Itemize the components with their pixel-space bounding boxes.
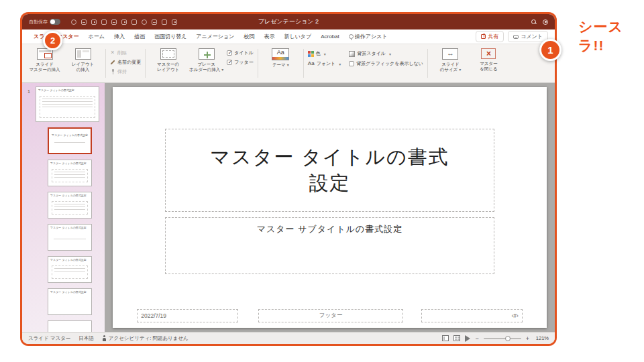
slide-canvas[interactable]: マスター タイトルの書式 設定 マスター サブタイトルの書式設定 2022/7/… [113,87,547,328]
thumbnail-layout-5[interactable]: マスター タイトルの書式設定 [48,256,92,283]
background-styles-icon [349,51,355,57]
comments-button[interactable]: コメント [508,31,548,42]
autosave-toggle[interactable] [50,19,60,25]
zoom-in-button[interactable]: + [526,335,529,342]
insert-layout-button[interactable]: レイアウト の挿入 [64,46,101,80]
themes-icon-text: Aa [277,49,284,56]
tab-view[interactable]: 表示 [259,29,279,44]
tab-home[interactable]: ホーム [84,29,109,44]
text-box-icon[interactable] [162,19,167,25]
fonts-button[interactable]: Aa フォント [308,60,341,67]
accessibility-icon [102,335,107,341]
thumbnail-layout-7[interactable] [48,320,92,332]
thumbnail-title: マスター タイトルの書式設定 [48,257,91,261]
tab-insert[interactable]: 挿入 [109,29,129,44]
share-button[interactable]: 共有 [476,31,504,42]
date-placeholder[interactable]: 2022/7/19 [137,309,238,322]
search-icon[interactable] [531,19,537,25]
title-checkbox-box[interactable] [227,50,232,56]
normal-view-icon[interactable] [442,335,449,341]
thumbnail-master[interactable]: マスター タイトルの書式設定 [36,86,99,122]
redo-icon[interactable] [101,19,107,25]
accessibility-label: アクセシビリティ: 問題ありません [109,335,189,342]
close-master-label: マスター を閉じる [480,61,497,72]
step-badge-1: 1 [539,39,561,61]
autosave-label: 自動保存 [29,19,48,25]
thumbnail-title-layout[interactable]: マスター タイトルの書式設定 [48,127,92,154]
shapes-icon[interactable] [131,19,137,25]
step-badge-2: 2 [43,31,62,50]
slide-number-placeholder[interactable]: ‹#› [421,309,523,322]
zoom-out-button[interactable]: − [475,335,478,342]
insert-placeholder-label: プレース ホルダーの挿入 [189,62,223,73]
save-icon[interactable] [71,19,76,25]
thumbnail-layout-3[interactable]: マスター タイトルの書式設定 [48,192,92,219]
statusbar-right: − + 121% [442,335,549,342]
subtitle-placeholder[interactable]: マスター サブタイトルの書式設定 [165,217,494,275]
background-styles-button[interactable]: 背景スタイル [349,50,423,57]
language-indicator[interactable]: 日本語 [78,335,94,342]
footer-checkbox-box[interactable] [227,60,232,65]
preserve-button[interactable]: 保持 [110,68,141,75]
zoom-percentage[interactable]: 121% [534,335,549,341]
colors-button[interactable]: 色 [308,50,341,57]
themes-label: テーマ [272,62,289,68]
thumbnail-layout-4[interactable]: マスター タイトルの書式設定 [48,224,92,251]
tab-review[interactable]: 校閲 [239,29,259,44]
ribbon-separator [427,49,428,78]
title-checkbox-label: タイトル [234,50,254,56]
tab-new-tab[interactable]: 新しいタブ [279,29,316,44]
print-icon[interactable] [81,19,87,25]
ribbon-tabs: スライド マスター ホーム 挿入 描画 画面切り替え アニメーション 校閲 表示… [29,29,392,44]
undo-icon[interactable] [91,19,97,25]
zoom-slider[interactable] [484,338,521,339]
hide-background-graphics-checkbox[interactable]: 背景グラフィックを表示しない [349,60,423,67]
slide-size-button[interactable]: スライド のサイズ [432,46,469,80]
slide-sorter-view-icon[interactable] [453,335,460,341]
slideshow-icon[interactable] [172,19,177,25]
insert-layout-label: レイアウト の挿入 [72,62,94,73]
accessibility-status[interactable]: アクセシビリティ: 問題ありません [102,335,189,342]
powerpoint-window: 自動保存 プレゼンテーション 2 スライド マスター ホーム 挿入 [20,12,557,346]
themes-button[interactable]: Aa テーマ [262,46,299,80]
slideshow-view-icon[interactable] [465,335,470,342]
thumbnail-layout-6[interactable]: マスター タイトルの書式設定 [48,288,92,315]
insert-placeholder-button[interactable]: プレース ホルダーの挿入 [188,46,225,80]
share-label: 共有 [488,33,498,40]
quick-access-toolbar [71,19,177,25]
delete-label: 削除 [117,50,127,56]
rename-button[interactable]: 名前の変更 [110,59,141,66]
ribbon: スライド マスターの挿入 レイアウト の挿入 削除 名前の変更 保持 [22,44,555,83]
footer-placeholder[interactable]: フッター [258,309,404,322]
tab-transitions[interactable]: 画面切り替え [150,29,191,44]
profile-icon[interactable] [543,19,548,25]
picture-icon[interactable] [142,19,147,25]
master-layout-button[interactable]: マスターの レイアウト [150,46,186,80]
slide-thumbnail-panel[interactable]: 1 マスター タイトルの書式設定 マスター タイトルの書式設定 マスター タイト… [22,83,105,332]
tab-tell-me[interactable]: 操作アシスト [344,29,392,44]
close-master-button[interactable]: マスター を閉じる [470,46,507,80]
zoom-slider-knob[interactable] [505,336,511,341]
status-bar: スライド マスター 日本語 アクセシビリティ: 問題ありません − + 121% [22,332,555,344]
title-checkbox[interactable]: タイトル [227,50,254,56]
background-styles-label: 背景スタイル [357,50,386,57]
chart-icon[interactable] [152,19,157,25]
tab-draw[interactable]: 描画 [129,29,150,44]
delete-button[interactable]: 削除 [110,50,141,56]
footer-checkbox[interactable]: フッター [227,59,254,66]
title-placeholder[interactable]: マスター タイトルの書式 設定 [165,129,494,212]
insert-slide-master-button[interactable]: スライド マスターの挿入 [26,46,63,80]
hide-background-graphics-box[interactable] [349,61,354,66]
hide-background-graphics-label: 背景グラフィックを表示しない [356,60,423,67]
comments-label: コメント [521,33,543,40]
tab-animations[interactable]: アニメーション [191,29,239,44]
thumbnail-layout-2[interactable]: マスター タイトルの書式設定 [48,160,92,186]
table-icon[interactable] [121,19,127,25]
ribbon-separator [145,49,146,78]
tab-acrobat[interactable]: Acrobat [316,29,344,44]
new-slide-icon[interactable] [111,19,117,25]
autosave-control[interactable]: 自動保存 [29,19,60,25]
ribbon-tab-row: スライド マスター ホーム 挿入 描画 画面切り替え アニメーション 校閲 表示… [22,29,555,44]
insert-slide-master-label: スライド マスターの挿入 [29,62,60,73]
master-layout-icon [160,48,176,60]
